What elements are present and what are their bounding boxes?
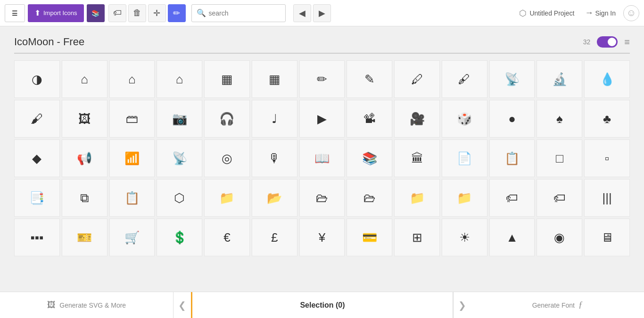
icon-pacman[interactable]: ● bbox=[489, 100, 535, 138]
list-view-icon[interactable]: ≡ bbox=[624, 37, 630, 48]
icon-podcast[interactable]: 📡 bbox=[157, 139, 202, 177]
icon-symbol: ♠ bbox=[556, 113, 563, 125]
icon-dice[interactable]: 🎲 bbox=[442, 100, 487, 138]
icon-pen[interactable]: 🖋 bbox=[442, 60, 487, 98]
icon-blog[interactable]: 📡 bbox=[489, 60, 535, 98]
icon-location[interactable]: ▲ bbox=[489, 219, 535, 256]
icon-folder-download[interactable]: 📁 bbox=[394, 179, 440, 217]
icon-feather[interactable]: 🖊 bbox=[394, 60, 440, 98]
icon-spades[interactable]: ♠ bbox=[537, 100, 582, 138]
icon-symbol: 📖 bbox=[314, 152, 330, 164]
icon-symbol: 🎲 bbox=[457, 113, 472, 125]
icon-coin-yen[interactable]: ¥ bbox=[299, 219, 345, 256]
icon-price-tags[interactable]: 🏷 bbox=[537, 179, 582, 217]
tag-button[interactable]: 🏷 bbox=[108, 4, 126, 22]
edit-button[interactable]: ✏ bbox=[168, 4, 186, 22]
move-button[interactable]: ✛ bbox=[148, 4, 166, 22]
icon-symbol: ⊞ bbox=[412, 231, 422, 244]
icon-music[interactable]: ♩ bbox=[252, 100, 297, 138]
icon-qrcode[interactable]: ▪▪▪ bbox=[14, 219, 60, 256]
icon-clubs[interactable]: ♣ bbox=[584, 100, 630, 138]
import-icons-button[interactable]: ⬆ Import Icons bbox=[28, 4, 84, 22]
icon-symbol: 📡 bbox=[504, 73, 520, 85]
icon-folder-upload[interactable]: 📁 bbox=[442, 179, 487, 217]
icon-grid[interactable]: ⊞ bbox=[394, 219, 440, 256]
icon-symbol: □ bbox=[556, 152, 563, 164]
icon-bullhorn[interactable]: 📢 bbox=[62, 139, 107, 177]
icon-coin-pound[interactable]: £ bbox=[252, 219, 297, 256]
icon-stack[interactable]: ⬡ bbox=[157, 179, 202, 217]
icon-ticket[interactable]: 🎫 bbox=[62, 219, 107, 256]
icon-credit-card[interactable]: 💳 bbox=[347, 219, 392, 256]
icon-sun[interactable]: ☀ bbox=[442, 219, 487, 256]
icon-location2[interactable]: ◉ bbox=[537, 219, 582, 256]
icon-home3[interactable]: ⌂ bbox=[157, 60, 202, 98]
icon-folder-minus[interactable]: 🗁 bbox=[347, 179, 392, 217]
icon-folder[interactable]: 📁 bbox=[204, 179, 250, 217]
icon-coin-euro[interactable]: € bbox=[204, 219, 250, 256]
icon-headphones[interactable]: 🎧 bbox=[204, 100, 250, 138]
icon-symbol: 🗁 bbox=[316, 192, 328, 204]
icon-office[interactable]: ▦ bbox=[204, 60, 250, 98]
icon-pencil[interactable]: ✏ bbox=[299, 60, 345, 98]
icon-video[interactable]: 🎥 bbox=[394, 100, 440, 138]
project-selector[interactable]: ⬡ Untitled Project bbox=[519, 8, 574, 18]
icon-coin-dollar[interactable]: 💲 bbox=[157, 219, 202, 256]
icon-mic[interactable]: 🎙 bbox=[252, 139, 297, 177]
icon-droplet[interactable]: 💧 bbox=[584, 60, 630, 98]
forward-button[interactable]: ▶ bbox=[313, 4, 331, 22]
icon-file-text[interactable]: 📄 bbox=[442, 139, 487, 177]
icon-copy[interactable]: ⧉ bbox=[62, 179, 107, 217]
delete-button[interactable]: 🗑 bbox=[128, 4, 146, 22]
avatar[interactable]: ☺ bbox=[623, 5, 639, 21]
icon-pencil2[interactable]: ✎ bbox=[347, 60, 392, 98]
icon-images[interactable]: 🗃 bbox=[109, 100, 155, 138]
icon-contrast[interactable]: ◑ bbox=[14, 60, 60, 98]
icon-barcode[interactable]: ||| bbox=[584, 179, 630, 217]
project-layers-icon: ⬡ bbox=[519, 8, 527, 18]
view-toggle[interactable] bbox=[597, 36, 618, 48]
icon-symbol: 🖋 bbox=[458, 73, 471, 85]
tag-icon: 🏷 bbox=[113, 8, 122, 18]
icon-camera[interactable]: 📷 bbox=[157, 100, 202, 138]
icon-file-empty2[interactable]: ▫ bbox=[584, 139, 630, 177]
icon-book[interactable]: 📖 bbox=[299, 139, 345, 177]
search-icon: 🔍 bbox=[197, 8, 206, 17]
icon-symbol: 📷 bbox=[172, 113, 187, 125]
icon-file-text2[interactable]: 📋 bbox=[489, 139, 535, 177]
icon-library[interactable]: 🏛 bbox=[394, 139, 440, 177]
icon-price-tag[interactable]: 🏷 bbox=[489, 179, 535, 217]
icon-symbol: ⌂ bbox=[128, 73, 136, 85]
icon-cart[interactable]: 🛒 bbox=[109, 219, 155, 256]
icon-home2[interactable]: ⌂ bbox=[109, 60, 155, 98]
icon-film[interactable]: 📽 bbox=[347, 100, 392, 138]
icon-symbol: 📂 bbox=[267, 192, 282, 204]
icon-symbol: ▦ bbox=[221, 73, 233, 85]
back-button[interactable]: ◀ bbox=[293, 4, 311, 22]
signin-button[interactable]: → Sign In bbox=[585, 8, 616, 18]
icon-paint[interactable]: 🖌 bbox=[14, 100, 60, 138]
icon-newspaper[interactable]: ▦ bbox=[252, 60, 297, 98]
icon-folder-open[interactable]: 📂 bbox=[252, 179, 297, 217]
library-button[interactable]: 📚 bbox=[87, 4, 105, 22]
icon-files[interactable]: 📑 bbox=[14, 179, 60, 217]
icon-folder-plus[interactable]: 🗁 bbox=[299, 179, 345, 217]
icon-home[interactable]: ⌂ bbox=[62, 60, 107, 98]
search-input[interactable] bbox=[209, 9, 275, 17]
icon-image[interactable]: 🖼 bbox=[62, 100, 107, 138]
icon-wifi[interactable]: 📶 bbox=[109, 139, 155, 177]
icon-symbol: 📁 bbox=[457, 192, 472, 204]
icon-monitor[interactable]: 🖥 bbox=[584, 219, 630, 256]
icon-radio[interactable]: ◎ bbox=[204, 139, 250, 177]
icon-symbol: 📑 bbox=[29, 192, 44, 204]
icon-file-empty[interactable]: □ bbox=[537, 139, 582, 177]
icon-paste[interactable]: 📋 bbox=[109, 179, 155, 217]
menu-button[interactable]: ☰ bbox=[5, 4, 25, 22]
icon-symbol: 📢 bbox=[77, 152, 92, 164]
icon-diamond[interactable]: ◆ bbox=[14, 139, 60, 177]
import-icon: ⬆ bbox=[34, 8, 41, 17]
icon-books[interactable]: 📚 bbox=[347, 139, 392, 177]
icon-play[interactable]: ▶ bbox=[299, 100, 345, 138]
icon-symbol: 🖼 bbox=[78, 113, 91, 125]
icon-eyedropper[interactable]: 🔬 bbox=[537, 60, 582, 98]
